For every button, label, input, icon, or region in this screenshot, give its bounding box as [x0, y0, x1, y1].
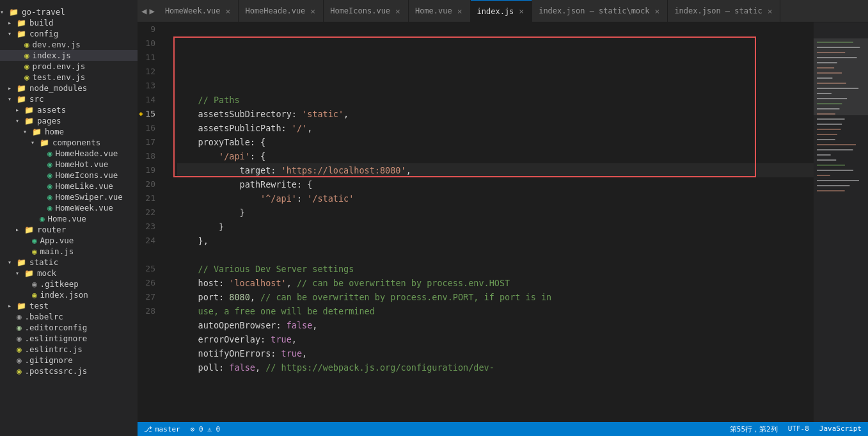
tree-item-assets[interactable]: ▸📁assets: [0, 104, 138, 115]
tree-item-mock[interactable]: ▾📁mock: [0, 268, 138, 279]
folder-icon: 📁: [32, 127, 42, 136]
tree-item-dev.env.js[interactable]: ◉dev.env.js: [0, 39, 138, 50]
minimap: [814, 22, 868, 422]
code-token: '/static': [307, 191, 354, 206]
minimap-canvas: [814, 22, 868, 422]
tree-item-.babelrc[interactable]: ◉.babelrc: [0, 311, 138, 322]
status-branch: ⎇ master: [144, 425, 180, 433]
tab-close-button[interactable]: ×: [517, 6, 525, 16]
line-numbers: 9101112131415◈16171819202122232425262728: [138, 22, 168, 422]
code-token: 'localhost': [229, 276, 286, 290]
code-token: poll:: [177, 360, 229, 375]
tree-item-Home.vue[interactable]: ◉Home.vue: [0, 213, 138, 224]
code-token: ,: [292, 332, 297, 346]
code-token: true: [281, 346, 303, 360]
tree-item-router[interactable]: ▸📁router: [0, 224, 138, 235]
tree-item-components[interactable]: ▾📁components: [0, 137, 138, 148]
file-icon: ◉: [17, 323, 22, 332]
code-token: notifyOnErrors:: [177, 346, 281, 360]
tree-item-.gitignore[interactable]: ◉.gitignore: [0, 355, 138, 366]
tab-close-button[interactable]: ×: [309, 6, 317, 16]
tree-item-test.env.js[interactable]: ◉test.env.js: [0, 72, 138, 83]
tree-item-pages[interactable]: ▾📁pages: [0, 115, 138, 126]
tree-item-label: .postcssrc.js: [24, 366, 88, 376]
line-number: 16: [138, 121, 162, 135]
file-icon: ◉: [17, 366, 22, 376]
tree-item-HomeWeek.vue[interactable]: ◉HomeWeek.vue: [0, 202, 138, 213]
tree-item-.eslintrc.js[interactable]: ◉.eslintrc.js: [0, 344, 138, 355]
file-icon: ◉: [17, 355, 22, 365]
code-line: pathRewrite: {: [177, 177, 814, 191]
tree-item-HomeHeade.vue[interactable]: ◉HomeHeade.vue: [0, 148, 138, 159]
tree-item-label: src: [28, 94, 44, 104]
line-number: 17: [138, 135, 162, 149]
tab-index.json-static[interactable]: index.json — static×: [668, 0, 780, 22]
code-token: assetsSubDirectory:: [177, 107, 302, 121]
code-line: notifyOnErrors: true,: [177, 346, 814, 360]
tree-item-home[interactable]: ▾📁home: [0, 126, 138, 137]
tree-item-HomeSwiper.vue[interactable]: ◉HomeSwiper.vue: [0, 191, 138, 202]
tab-close-button[interactable]: ×: [225, 6, 232, 16]
tab-close-button[interactable]: ×: [456, 6, 464, 16]
tab-index.json-mock[interactable]: index.json — static\mock×: [532, 0, 668, 22]
code-token: // Various Dev Server settings: [177, 262, 354, 276]
tree-item-App.vue[interactable]: ◉App.vue: [0, 235, 138, 246]
code-line: target: 'https://localhost:8080',: [177, 163, 814, 177]
tree-item-static[interactable]: ▾📁static: [0, 257, 138, 268]
file-icon: ◉: [17, 334, 22, 343]
code-token: 'static': [302, 107, 343, 121]
tab-HomeWeek.vue[interactable]: HomeWeek.vue×: [159, 0, 239, 22]
tree-item-.postcssrc.js[interactable]: ◉.postcssrc.js: [0, 366, 138, 376]
tree-item-src[interactable]: ▾📁src: [0, 93, 138, 104]
folder-icon: 📁: [40, 138, 49, 147]
tree-item-index.js[interactable]: ◉index.js: [0, 50, 138, 61]
code-line: [177, 79, 814, 93]
file-icon: ◉: [47, 181, 52, 191]
file-icon: ◉: [24, 40, 29, 49]
code-lines: // Paths assetsSubDirectory: 'static', a…: [177, 79, 814, 375]
folder-icon: 📁: [24, 106, 34, 115]
tree-item-.gitkeep[interactable]: ◉.gitkeep: [0, 279, 138, 289]
tree-item-prod.env.js[interactable]: ◉prod.env.js: [0, 61, 138, 72]
tree-item-HomeLike.vue[interactable]: ◉HomeLike.vue: [0, 181, 138, 191]
folder-arrow-icon: ▾: [8, 95, 17, 102]
code-line: assetsPublicPath: '/',: [177, 121, 814, 135]
tab-HomeHeade.vue[interactable]: HomeHeade.vue×: [239, 0, 324, 22]
nav-left-icon[interactable]: ◀: [141, 6, 146, 16]
tree-item-test[interactable]: ▸📁test: [0, 300, 138, 311]
code-token: target:: [177, 163, 281, 177]
tab-index.js[interactable]: index.js×: [471, 0, 533, 22]
code-token: '^/api': [260, 191, 297, 206]
code-line: },: [177, 234, 814, 248]
tab-close-button[interactable]: ×: [654, 6, 661, 16]
tree-item-label: Home.vue: [47, 214, 86, 223]
tree-item-HomeIcons.vue[interactable]: ◉HomeIcons.vue: [0, 170, 138, 181]
code-token: }: [177, 206, 245, 220]
tree-item-build[interactable]: ▸📁build: [0, 17, 138, 28]
tab-Home.vue[interactable]: Home.vue×: [409, 0, 471, 22]
tab-close-button[interactable]: ×: [394, 6, 402, 16]
code-token: ,: [250, 290, 260, 304]
tab-label: index.json — static\mock: [539, 6, 649, 15]
line-number: 23: [138, 220, 162, 234]
line-number: 21: [138, 191, 162, 206]
code-token: ,: [302, 346, 307, 360]
code-area[interactable]: // Paths assetsSubDirectory: 'static', a…: [168, 22, 814, 422]
tree-item-.eslintignore[interactable]: ◉.eslintignore: [0, 333, 138, 344]
code-token: errorOverlay:: [177, 332, 271, 346]
tree-item-node_modules[interactable]: ▸📁node_modules: [0, 83, 138, 93]
tree-item-HomeHot.vue[interactable]: ◉HomeHot.vue: [0, 159, 138, 170]
nav-right-icon[interactable]: ▶: [149, 6, 154, 16]
tree-item-.editorconfig[interactable]: ◉.editorconfig: [0, 322, 138, 333]
tree-item-go-travel[interactable]: ▾📁go-travel: [0, 6, 138, 17]
folder-icon: 📁: [17, 29, 26, 38]
tab-close-button[interactable]: ×: [766, 6, 774, 16]
tree-item-index.json[interactable]: ◉index.json: [0, 289, 138, 300]
tree-item-label: HomeLike.vue: [54, 181, 113, 191]
tree-item-main.js[interactable]: ◉main.js: [0, 246, 138, 257]
tree-item-config[interactable]: ▾📁config: [0, 28, 138, 39]
tab-HomeIcons.vue[interactable]: HomeIcons.vue×: [324, 0, 409, 22]
folder-arrow-icon: ▸: [15, 226, 24, 233]
file-icon: ◉: [24, 61, 29, 71]
code-token: }: [177, 220, 224, 234]
